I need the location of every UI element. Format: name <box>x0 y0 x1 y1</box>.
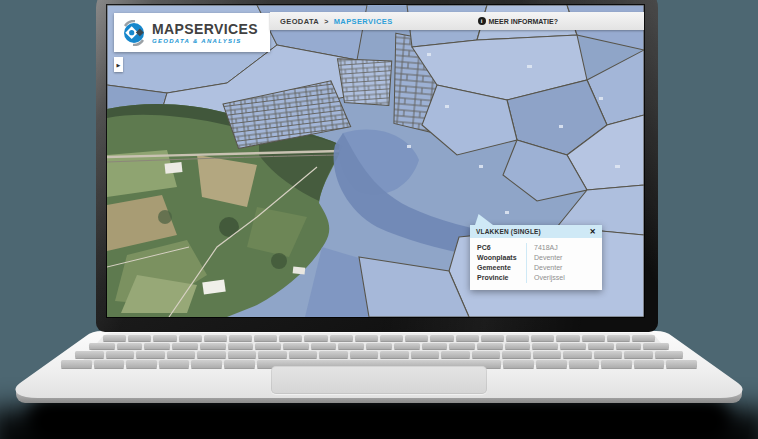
logo-title: MAPSERVICES <box>152 22 258 36</box>
laptop-keyboard <box>0 335 758 368</box>
keyboard-key <box>167 351 196 358</box>
field-label: Woonplaats <box>477 253 526 263</box>
keyboard-key <box>380 351 409 358</box>
keyboard-key <box>380 335 403 341</box>
field-value: Deventer <box>534 253 602 263</box>
keyboard-key <box>89 343 115 349</box>
keyboard-key <box>75 351 104 358</box>
top-bar: GEODATA > MAPSERVICES i MEER INFORMATIE? <box>270 12 644 30</box>
keyboard-key <box>103 335 126 341</box>
popup-header: VLAKKEN (SINGLE) ✕ <box>470 225 602 238</box>
field-value: Overijssel <box>534 273 602 283</box>
keyboard-key <box>153 335 176 341</box>
keyboard-key <box>632 335 655 341</box>
laptop-trackpad <box>271 366 487 394</box>
keyboard-key <box>616 343 642 349</box>
keyboard-key <box>338 343 364 349</box>
logo-subtitle: GEODATA & ANALYSIS <box>152 38 258 44</box>
keyboard-key <box>394 343 420 349</box>
keyboard-key <box>556 335 579 341</box>
keyboard-key <box>144 343 170 349</box>
breadcrumb-page[interactable]: MAPSERVICES <box>334 17 393 26</box>
keyboard-key <box>204 335 227 341</box>
keyboard-key <box>536 360 567 368</box>
logo-panel[interactable]: MAPSERVICES GEODATA & ANALYSIS <box>114 13 270 52</box>
sidebar-toggle[interactable]: ▶ <box>114 57 123 72</box>
keyboard-key <box>179 335 202 341</box>
keyboard-key <box>502 351 531 358</box>
breadcrumb: GEODATA > MAPSERVICES <box>280 17 393 26</box>
keyboard-key <box>503 360 534 368</box>
keyboard-key <box>61 360 92 368</box>
keyboard-key <box>607 335 630 341</box>
keyboard-key <box>311 343 337 349</box>
keyboard-key <box>456 335 479 341</box>
keyboard-key <box>319 351 348 358</box>
keyboard-key <box>228 343 254 349</box>
logo-text: MAPSERVICES GEODATA & ANALYSIS <box>152 22 258 44</box>
keyboard-key <box>481 335 504 341</box>
field-label: PC6 <box>477 243 526 253</box>
keyboard-row <box>75 351 683 358</box>
keyboard-key <box>330 335 353 341</box>
logo-icon <box>121 20 147 46</box>
keyboard-key <box>601 360 632 368</box>
keyboard-key <box>449 343 475 349</box>
feature-popup: VLAKKEN (SINGLE) ✕ PC6 Woonplaats Gemeen… <box>470 225 602 290</box>
keyboard-row <box>103 335 655 341</box>
keyboard-key <box>422 343 448 349</box>
more-info-link[interactable]: i MEER INFORMATIE? <box>478 17 558 25</box>
keyboard-key <box>655 351 684 358</box>
keyboard-key <box>532 343 558 349</box>
keyboard-key <box>258 351 287 358</box>
keyboard-key <box>411 351 440 358</box>
keyboard-key <box>560 343 586 349</box>
popup-title: VLAKKEN (SINGLE) <box>476 228 541 235</box>
keyboard-key <box>634 360 665 368</box>
keyboard-key <box>128 335 151 341</box>
keyboard-key <box>172 343 198 349</box>
app-screen: MAPSERVICES GEODATA & ANALYSIS GEODATA >… <box>107 5 644 317</box>
field-label: Provincie <box>477 273 526 283</box>
keyboard-key <box>533 351 562 358</box>
keyboard-key <box>289 351 318 358</box>
keyboard-key <box>304 335 327 341</box>
keyboard-key <box>505 343 531 349</box>
keyboard-key <box>405 335 428 341</box>
field-value: 7418AJ <box>534 243 602 253</box>
keyboard-key <box>283 343 309 349</box>
keyboard-key <box>224 360 255 368</box>
keyboard-key <box>229 335 252 341</box>
keyboard-key <box>191 360 222 368</box>
keyboard-key <box>430 335 453 341</box>
keyboard-key <box>197 351 226 358</box>
keyboard-key <box>563 351 592 358</box>
keyboard-key <box>506 335 529 341</box>
info-icon: i <box>478 17 486 25</box>
keyboard-key <box>624 351 653 358</box>
keyboard-key <box>254 335 277 341</box>
keyboard-key <box>126 360 157 368</box>
breadcrumb-arrow: > <box>324 18 329 25</box>
field-value: Deventer <box>534 263 602 273</box>
keyboard-key <box>355 335 378 341</box>
more-info-label: MEER INFORMATIE? <box>489 18 558 25</box>
keyboard-key <box>117 343 143 349</box>
keyboard-key <box>472 351 501 358</box>
breadcrumb-section[interactable]: GEODATA <box>280 17 319 26</box>
keyboard-key <box>228 351 257 358</box>
keyboard-key <box>531 335 554 341</box>
keyboard-key <box>477 343 503 349</box>
keyboard-key <box>279 335 302 341</box>
keyboard-key <box>350 351 379 358</box>
arrow-right-icon: ▶ <box>117 62 121 68</box>
close-icon[interactable]: ✕ <box>590 228 596 236</box>
keyboard-row <box>89 343 669 349</box>
screenshot-stage: MAPSERVICES GEODATA & ANALYSIS GEODATA >… <box>0 0 758 439</box>
keyboard-key <box>159 360 190 368</box>
keyboard-key <box>594 351 623 358</box>
field-label: Gemeente <box>477 263 526 273</box>
keyboard-key <box>569 360 600 368</box>
keyboard-key <box>643 343 669 349</box>
keyboard-key <box>255 343 281 349</box>
